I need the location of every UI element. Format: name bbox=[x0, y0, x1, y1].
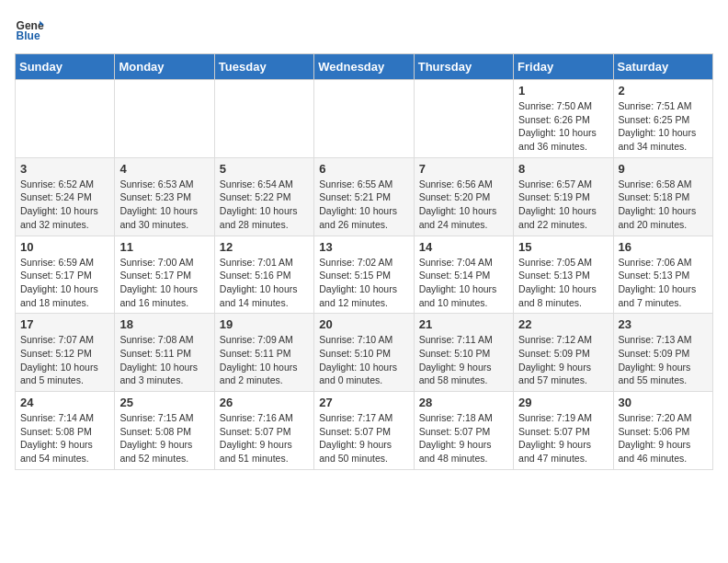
day-info: Sunrise: 7:10 AMSunset: 5:10 PMDaylight:… bbox=[319, 333, 408, 387]
calendar-cell: 1Sunrise: 7:50 AMSunset: 6:26 PMDaylight… bbox=[514, 80, 613, 158]
day-number: 27 bbox=[319, 396, 408, 409]
day-number: 13 bbox=[319, 240, 408, 254]
day-header-friday: Friday bbox=[514, 54, 613, 80]
day-info: Sunrise: 7:01 AMSunset: 5:16 PMDaylight:… bbox=[220, 256, 309, 310]
calendar-cell: 4Sunrise: 6:53 AMSunset: 5:23 PMDaylight… bbox=[115, 157, 214, 236]
day-info: Sunrise: 6:56 AMSunset: 5:20 PMDaylight:… bbox=[419, 178, 508, 232]
calendar-cell: 25Sunrise: 7:15 AMSunset: 5:08 PMDayligh… bbox=[115, 392, 214, 470]
day-info: Sunrise: 6:57 AMSunset: 5:19 PMDaylight:… bbox=[518, 178, 608, 232]
calendar-cell: 5Sunrise: 6:54 AMSunset: 5:22 PMDaylight… bbox=[214, 157, 313, 236]
calendar-cell: 27Sunrise: 7:17 AMSunset: 5:07 PMDayligh… bbox=[314, 392, 414, 470]
day-number: 5 bbox=[220, 162, 309, 176]
day-number: 22 bbox=[518, 317, 608, 331]
day-number: 3 bbox=[20, 162, 109, 176]
day-info: Sunrise: 7:04 AMSunset: 5:14 PMDaylight:… bbox=[419, 256, 508, 310]
day-number: 24 bbox=[20, 396, 109, 409]
day-header-saturday: Saturday bbox=[613, 54, 712, 80]
day-number: 17 bbox=[20, 317, 109, 331]
day-number: 26 bbox=[220, 396, 309, 409]
day-info: Sunrise: 7:07 AMSunset: 5:12 PMDaylight:… bbox=[20, 333, 109, 387]
day-number: 30 bbox=[619, 396, 708, 409]
logo: General Blue bbox=[15, 15, 44, 44]
calendar-cell bbox=[414, 80, 513, 158]
calendar-cell: 23Sunrise: 7:13 AMSunset: 5:09 PMDayligh… bbox=[613, 314, 712, 392]
calendar-cell: 21Sunrise: 7:11 AMSunset: 5:10 PMDayligh… bbox=[414, 314, 513, 392]
day-number: 23 bbox=[619, 317, 708, 331]
page-header: General Blue bbox=[15, 15, 713, 44]
calendar-cell: 11Sunrise: 7:00 AMSunset: 5:17 PMDayligh… bbox=[115, 236, 214, 314]
day-info: Sunrise: 7:02 AMSunset: 5:15 PMDaylight:… bbox=[319, 256, 408, 310]
day-info: Sunrise: 6:59 AMSunset: 5:17 PMDaylight:… bbox=[20, 256, 109, 310]
day-number: 18 bbox=[119, 317, 209, 331]
day-info: Sunrise: 6:54 AMSunset: 5:22 PMDaylight:… bbox=[220, 178, 309, 232]
day-info: Sunrise: 6:52 AMSunset: 5:24 PMDaylight:… bbox=[20, 178, 109, 232]
svg-text:Blue: Blue bbox=[17, 29, 40, 42]
day-number: 6 bbox=[319, 162, 408, 176]
day-info: Sunrise: 7:06 AMSunset: 5:13 PMDaylight:… bbox=[619, 256, 708, 310]
day-number: 2 bbox=[619, 84, 708, 98]
calendar-cell: 29Sunrise: 7:19 AMSunset: 5:07 PMDayligh… bbox=[514, 392, 613, 470]
calendar-cell: 20Sunrise: 7:10 AMSunset: 5:10 PMDayligh… bbox=[314, 314, 414, 392]
day-number: 28 bbox=[419, 396, 508, 409]
calendar-cell: 3Sunrise: 6:52 AMSunset: 5:24 PMDaylight… bbox=[16, 157, 115, 236]
day-number: 21 bbox=[419, 317, 508, 331]
logo-icon: General Blue bbox=[15, 15, 44, 44]
calendar-cell bbox=[214, 80, 313, 158]
day-number: 11 bbox=[119, 240, 209, 254]
calendar-cell: 7Sunrise: 6:56 AMSunset: 5:20 PMDaylight… bbox=[414, 157, 513, 236]
day-header-tuesday: Tuesday bbox=[214, 54, 313, 80]
day-number: 8 bbox=[518, 162, 608, 176]
calendar-cell: 28Sunrise: 7:18 AMSunset: 5:07 PMDayligh… bbox=[414, 392, 513, 470]
day-info: Sunrise: 7:13 AMSunset: 5:09 PMDaylight:… bbox=[619, 333, 708, 387]
day-number: 19 bbox=[220, 317, 309, 331]
day-info: Sunrise: 7:08 AMSunset: 5:11 PMDaylight:… bbox=[119, 333, 209, 387]
day-header-monday: Monday bbox=[115, 54, 214, 80]
day-number: 20 bbox=[319, 317, 408, 331]
calendar-cell: 8Sunrise: 6:57 AMSunset: 5:19 PMDaylight… bbox=[514, 157, 613, 236]
day-number: 14 bbox=[419, 240, 508, 254]
day-info: Sunrise: 7:18 AMSunset: 5:07 PMDaylight:… bbox=[419, 411, 508, 465]
calendar-cell: 24Sunrise: 7:14 AMSunset: 5:08 PMDayligh… bbox=[16, 392, 115, 470]
day-info: Sunrise: 6:53 AMSunset: 5:23 PMDaylight:… bbox=[119, 178, 209, 232]
calendar-cell: 30Sunrise: 7:20 AMSunset: 5:06 PMDayligh… bbox=[613, 392, 712, 470]
day-info: Sunrise: 7:05 AMSunset: 5:13 PMDaylight:… bbox=[518, 256, 608, 310]
day-header-thursday: Thursday bbox=[414, 54, 513, 80]
calendar-cell: 19Sunrise: 7:09 AMSunset: 5:11 PMDayligh… bbox=[214, 314, 313, 392]
calendar-cell: 14Sunrise: 7:04 AMSunset: 5:14 PMDayligh… bbox=[414, 236, 513, 314]
day-info: Sunrise: 7:14 AMSunset: 5:08 PMDaylight:… bbox=[20, 411, 109, 465]
calendar-cell: 26Sunrise: 7:16 AMSunset: 5:07 PMDayligh… bbox=[214, 392, 313, 470]
calendar-cell: 16Sunrise: 7:06 AMSunset: 5:13 PMDayligh… bbox=[613, 236, 712, 314]
day-info: Sunrise: 7:16 AMSunset: 5:07 PMDaylight:… bbox=[220, 411, 309, 465]
day-number: 16 bbox=[619, 240, 708, 254]
day-info: Sunrise: 7:17 AMSunset: 5:07 PMDaylight:… bbox=[319, 411, 408, 465]
day-info: Sunrise: 6:55 AMSunset: 5:21 PMDaylight:… bbox=[319, 178, 408, 232]
day-info: Sunrise: 7:00 AMSunset: 5:17 PMDaylight:… bbox=[119, 256, 209, 310]
day-number: 15 bbox=[518, 240, 608, 254]
day-info: Sunrise: 7:09 AMSunset: 5:11 PMDaylight:… bbox=[220, 333, 309, 387]
day-number: 10 bbox=[20, 240, 109, 254]
day-number: 4 bbox=[119, 162, 209, 176]
calendar-cell: 10Sunrise: 6:59 AMSunset: 5:17 PMDayligh… bbox=[16, 236, 115, 314]
day-number: 25 bbox=[119, 396, 209, 409]
day-number: 1 bbox=[518, 84, 608, 98]
day-info: Sunrise: 7:51 AMSunset: 6:25 PMDaylight:… bbox=[619, 99, 708, 154]
calendar-cell bbox=[115, 80, 214, 158]
calendar-cell: 2Sunrise: 7:51 AMSunset: 6:25 PMDaylight… bbox=[613, 80, 712, 158]
day-info: Sunrise: 6:58 AMSunset: 5:18 PMDaylight:… bbox=[619, 178, 708, 232]
day-info: Sunrise: 7:50 AMSunset: 6:26 PMDaylight:… bbox=[518, 99, 608, 154]
calendar-cell: 6Sunrise: 6:55 AMSunset: 5:21 PMDaylight… bbox=[314, 157, 414, 236]
day-header-wednesday: Wednesday bbox=[314, 54, 414, 80]
calendar-cell bbox=[16, 80, 115, 158]
day-info: Sunrise: 7:12 AMSunset: 5:09 PMDaylight:… bbox=[518, 333, 608, 387]
day-number: 29 bbox=[518, 396, 608, 409]
calendar-cell: 15Sunrise: 7:05 AMSunset: 5:13 PMDayligh… bbox=[514, 236, 613, 314]
day-number: 9 bbox=[619, 162, 708, 176]
calendar-cell: 12Sunrise: 7:01 AMSunset: 5:16 PMDayligh… bbox=[214, 236, 313, 314]
day-info: Sunrise: 7:19 AMSunset: 5:07 PMDaylight:… bbox=[518, 411, 608, 465]
calendar-cell: 22Sunrise: 7:12 AMSunset: 5:09 PMDayligh… bbox=[514, 314, 613, 392]
day-header-sunday: Sunday bbox=[16, 54, 115, 80]
calendar-cell: 18Sunrise: 7:08 AMSunset: 5:11 PMDayligh… bbox=[115, 314, 214, 392]
calendar-table: SundayMondayTuesdayWednesdayThursdayFrid… bbox=[15, 53, 713, 470]
day-number: 7 bbox=[419, 162, 508, 176]
calendar-cell: 9Sunrise: 6:58 AMSunset: 5:18 PMDaylight… bbox=[613, 157, 712, 236]
